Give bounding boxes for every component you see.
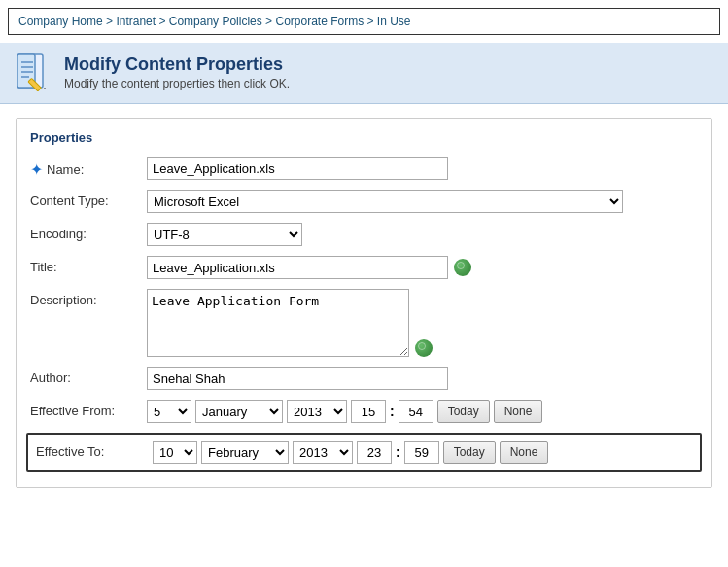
effective-from-day-select[interactable]: 5 1234 678910 (147, 400, 191, 423)
effective-from-label: Effective From: (30, 400, 147, 418)
name-input[interactable] (147, 157, 448, 180)
effective-to-none-button[interactable]: None (500, 441, 549, 464)
effective-from-date: 5 1234 678910 January FebruaryMarchApril… (147, 400, 542, 423)
effective-to-day-select[interactable]: 10 12345 6789 1112 (153, 441, 197, 464)
effective-to-control: 10 12345 6789 1112 February JanuaryMarch… (153, 441, 692, 464)
page-header: Modify Content Properties Modify the con… (0, 43, 728, 104)
author-label: Author: (30, 367, 147, 385)
description-locale-icon[interactable] (415, 339, 433, 357)
effective-from-minute-input[interactable] (399, 400, 433, 423)
encoding-label: Encoding: (30, 223, 147, 241)
effective-to-label: Effective To: (36, 441, 153, 459)
page-subtitle: Modify the content properties then click… (64, 77, 290, 90)
properties-section: Properties ✦ Name: Content Type: Microso… (16, 118, 712, 488)
effective-from-today-button[interactable]: Today (437, 400, 490, 423)
author-input[interactable] (147, 367, 448, 390)
author-row: Author: (30, 367, 698, 390)
description-row: Description: Leave Application Form (30, 289, 698, 357)
effective-to-today-button[interactable]: Today (443, 441, 496, 464)
description-textarea[interactable]: Leave Application Form (147, 289, 409, 357)
effective-from-control: 5 1234 678910 January FebruaryMarchApril… (147, 400, 698, 423)
title-control (147, 256, 698, 279)
effective-to-minute-input[interactable] (404, 441, 439, 464)
author-control (147, 367, 698, 390)
name-label: ✦ Name: (30, 157, 147, 179)
encoding-row: Encoding: UTF-8 UTF-16 ISO-8859-1 ASCII (30, 223, 698, 246)
required-star: ✦ (30, 160, 43, 179)
name-control (147, 157, 698, 180)
effective-to-date: 10 12345 6789 1112 February JanuaryMarch… (153, 441, 548, 464)
effective-from-row: Effective From: 5 1234 678910 January Fe… (30, 400, 698, 423)
effective-from-year-select[interactable]: 2013 201220142015 (287, 400, 347, 423)
content-type-label: Content Type: (30, 190, 147, 208)
encoding-control: UTF-8 UTF-16 ISO-8859-1 ASCII (147, 223, 698, 246)
breadcrumb: Company Home > Intranet > Company Polici… (8, 8, 720, 35)
content-type-row: Content Type: Microsoft Excel Plain Text… (30, 190, 698, 213)
svg-marker-7 (43, 88, 47, 89)
description-control: Leave Application Form (147, 289, 698, 357)
main-content: Properties ✦ Name: Content Type: Microso… (0, 104, 728, 502)
time-colon-2: : (396, 444, 400, 460)
content-type-select[interactable]: Microsoft Excel Plain Text HTML PDF XML (147, 190, 623, 213)
breadcrumb-text: Company Home > Intranet > Company Polici… (18, 15, 411, 28)
content-type-control: Microsoft Excel Plain Text HTML PDF XML (147, 190, 698, 213)
effective-to-row: Effective To: 10 12345 6789 1112 Februar… (26, 433, 702, 472)
title-label: Title: (30, 256, 147, 274)
title-input[interactable] (147, 256, 448, 279)
page-header-icon (14, 53, 52, 91)
title-row: Title: (30, 256, 698, 279)
section-title: Properties (30, 130, 698, 145)
effective-from-month-select[interactable]: January FebruaryMarchApril MayJuneJulyAu… (195, 400, 283, 423)
time-colon-1: : (390, 404, 395, 419)
effective-from-none-button[interactable]: None (494, 400, 543, 423)
header-text-block: Modify Content Properties Modify the con… (64, 54, 290, 90)
effective-to-month-select[interactable]: February JanuaryMarchApril MayJuneJulyAu… (201, 441, 289, 464)
page-title: Modify Content Properties (64, 54, 290, 75)
title-locale-icon[interactable] (454, 259, 471, 276)
effective-to-year-select[interactable]: 2013 201220142015 (293, 441, 353, 464)
encoding-select[interactable]: UTF-8 UTF-16 ISO-8859-1 ASCII (147, 223, 302, 246)
effective-to-hour-input[interactable] (357, 441, 392, 464)
name-row: ✦ Name: (30, 157, 698, 180)
effective-from-hour-input[interactable] (351, 400, 386, 423)
description-label: Description: (30, 289, 147, 307)
